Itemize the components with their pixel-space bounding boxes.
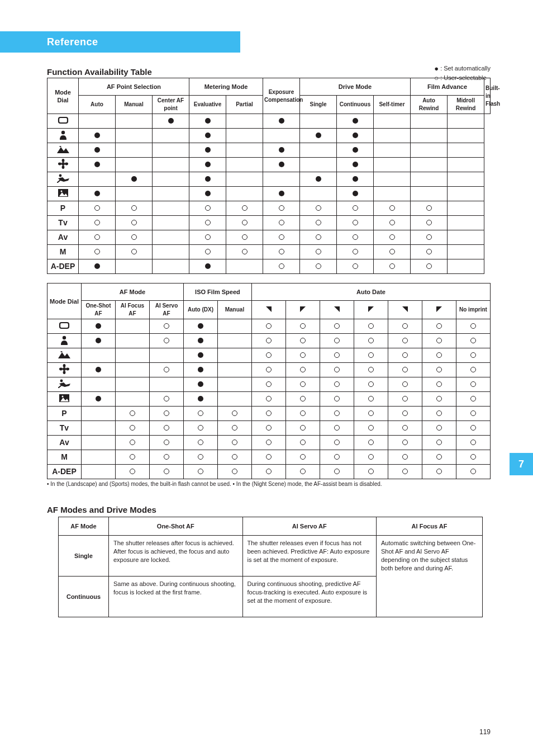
mark-cell (116, 187, 153, 201)
mark-cell (337, 129, 374, 143)
sub-auto: Auto (79, 96, 116, 114)
sub-manual: Manual (116, 96, 153, 114)
mark-cell (189, 201, 226, 216)
mark-cell (337, 158, 374, 172)
mark-cell (116, 259, 153, 274)
mark-cell (251, 363, 285, 377)
mode-cell (47, 377, 82, 392)
sub2-aifocus: AI Focus AF (115, 301, 149, 319)
mark-cell (448, 143, 484, 158)
mark-cell (320, 465, 354, 479)
mark-cell (115, 363, 149, 377)
mark-cell (374, 187, 411, 201)
mark-cell (285, 465, 320, 479)
header-exp-comp: Exposure Compensation (263, 78, 300, 114)
mark-cell (337, 230, 374, 245)
afh-one: One-Shot AF (109, 517, 243, 536)
mark-cell (183, 421, 217, 436)
mark-cell (116, 114, 153, 129)
sub-single: Single (300, 96, 337, 114)
af-row-aif: Automatic switching between One-Shot AF … (377, 536, 483, 617)
mode-cell (47, 129, 79, 143)
date-icon-2 (285, 301, 320, 319)
mark-cell (115, 450, 149, 465)
mark-cell (456, 319, 490, 334)
sub-center: Center AF point (153, 96, 189, 114)
mark-cell (411, 201, 448, 216)
mark-cell (422, 334, 456, 348)
mark-cell (149, 436, 183, 450)
af-row1-one: The shutter releases after focus is achi… (109, 536, 243, 577)
mark-cell (79, 201, 116, 216)
mark-cell (116, 129, 153, 143)
svg-point-14 (63, 371, 66, 374)
mark-cell (320, 348, 354, 363)
mark-cell (251, 421, 285, 436)
mark-cell (285, 407, 320, 421)
mark-cell (448, 259, 484, 274)
mark-cell (115, 465, 149, 479)
af-row2-ai: During continuous shooting, predictive A… (242, 577, 377, 617)
mode-cell: P (47, 407, 82, 421)
header2-iso: ISO Film Speed (183, 284, 251, 301)
mark-cell (116, 216, 153, 230)
date-icon-5 (388, 301, 422, 319)
mark-cell (217, 334, 251, 348)
mark-cell (81, 450, 115, 465)
mark-cell (285, 450, 320, 465)
mark-cell (226, 172, 263, 187)
mark-cell (300, 172, 337, 187)
mark-cell (320, 392, 354, 407)
mark-cell (251, 407, 285, 421)
svg-point-9 (60, 191, 62, 192)
mark-cell (374, 230, 411, 245)
mark-cell (79, 230, 116, 245)
mark-cell (263, 187, 300, 201)
mark-cell (149, 363, 183, 377)
mark-cell (81, 363, 115, 377)
section-header-bar: Reference (0, 31, 240, 53)
mark-cell (81, 319, 115, 334)
sub2-oneshot: One-Shot AF (81, 301, 115, 319)
mark-cell (422, 319, 456, 334)
table-caption: • In the (Landscape) and (Sports) modes,… (47, 481, 491, 487)
mark-cell (411, 143, 448, 158)
mark-cell (189, 245, 226, 259)
mark-cell (149, 407, 183, 421)
mark-cell (456, 465, 490, 479)
sub-self: Self-timer (374, 96, 411, 114)
mark-cell (79, 245, 116, 259)
mark-cell (263, 114, 300, 129)
mark-cell (354, 377, 388, 392)
svg-point-13 (63, 364, 66, 367)
section-header-label: Reference (47, 36, 98, 48)
mark-cell (79, 129, 116, 143)
mark-cell (81, 348, 115, 363)
svg-point-1 (61, 131, 64, 134)
mark-cell (388, 348, 422, 363)
mark-cell (337, 216, 374, 230)
mark-cell (354, 334, 388, 348)
mark-cell (263, 158, 300, 172)
mark-cell (300, 230, 337, 245)
mark-cell (149, 450, 183, 465)
mark-cell (320, 450, 354, 465)
mark-cell (116, 143, 153, 158)
mark-cell (116, 201, 153, 216)
mark-cell (300, 158, 337, 172)
mark-cell (153, 158, 189, 172)
mark-cell (422, 465, 456, 479)
mark-cell (153, 129, 189, 143)
af-row2-one: Same as above. During continuous shootin… (109, 577, 243, 617)
mark-cell (374, 143, 411, 158)
mark-cell (153, 201, 189, 216)
svg-point-19 (61, 396, 63, 398)
mark-cell (263, 129, 300, 143)
mark-cell (226, 245, 263, 259)
mark-cell (263, 259, 300, 274)
mark-cell (251, 465, 285, 479)
mark-cell (149, 348, 183, 363)
mode-cell (47, 114, 79, 129)
mark-cell (189, 216, 226, 230)
mark-cell (263, 230, 300, 245)
